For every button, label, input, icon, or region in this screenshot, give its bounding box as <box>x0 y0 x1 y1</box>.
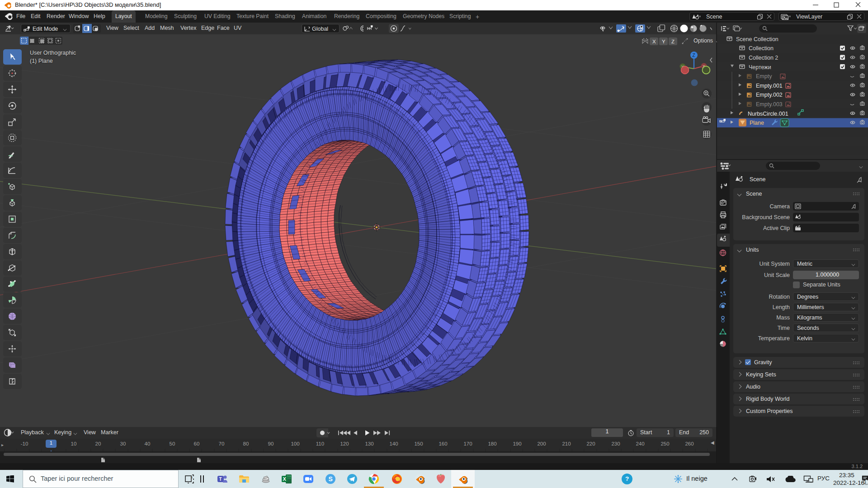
svg-text:T: T <box>219 477 222 482</box>
svg-text:250: 250 <box>660 441 669 446</box>
svg-text:130: 130 <box>365 441 373 446</box>
svg-text:30: 30 <box>120 441 126 446</box>
svg-text:10: 10 <box>71 441 77 446</box>
svg-text:40: 40 <box>145 441 151 446</box>
svg-text:i: i <box>192 475 193 479</box>
svg-text:Z: Z <box>693 53 695 58</box>
svg-text:X: X <box>652 39 656 44</box>
svg-text:70: 70 <box>219 441 225 446</box>
svg-text:220: 220 <box>586 441 595 446</box>
svg-text:190: 190 <box>513 441 521 446</box>
svg-text:Empty.002: Empty.002 <box>756 92 783 98</box>
svg-text:NurbsCircle.001: NurbsCircle.001 <box>748 111 788 117</box>
svg-text:150: 150 <box>414 441 423 446</box>
svg-text:Empty.001: Empty.001 <box>756 83 783 89</box>
svg-text:210: 210 <box>562 441 571 446</box>
svg-text:180: 180 <box>488 441 496 446</box>
svg-text:Plane: Plane <box>750 120 764 126</box>
svg-text:80: 80 <box>243 441 249 446</box>
svg-text:110: 110 <box>316 441 324 446</box>
svg-text:Collection 2: Collection 2 <box>749 55 778 61</box>
svg-text:S: S <box>329 475 333 483</box>
svg-text:90: 90 <box>268 441 274 446</box>
svg-text:20: 20 <box>95 441 101 446</box>
svg-text:60: 60 <box>194 441 200 446</box>
svg-text:140: 140 <box>389 441 398 446</box>
svg-text:200: 200 <box>537 441 546 446</box>
svg-text:Чертежи: Чертежи <box>749 64 771 70</box>
svg-text:100: 100 <box>291 441 299 446</box>
svg-text:Scene Collection: Scene Collection <box>736 36 778 42</box>
svg-text:Collection: Collection <box>749 45 774 52</box>
svg-text:Empty: Empty <box>756 73 772 80</box>
svg-text:-10: -10 <box>21 441 28 446</box>
svg-text:260: 260 <box>685 441 693 446</box>
svg-text:160: 160 <box>439 441 447 446</box>
svg-text:X: X <box>283 476 287 482</box>
svg-text:120: 120 <box>340 441 349 446</box>
svg-text:Z: Z <box>671 39 675 44</box>
svg-text:230: 230 <box>611 441 620 446</box>
svg-text:Empty.003: Empty.003 <box>756 101 783 108</box>
svg-text:Y: Y <box>662 39 665 44</box>
svg-text:240: 240 <box>636 441 644 446</box>
svg-text:50: 50 <box>170 441 175 446</box>
svg-text:170: 170 <box>463 441 472 446</box>
